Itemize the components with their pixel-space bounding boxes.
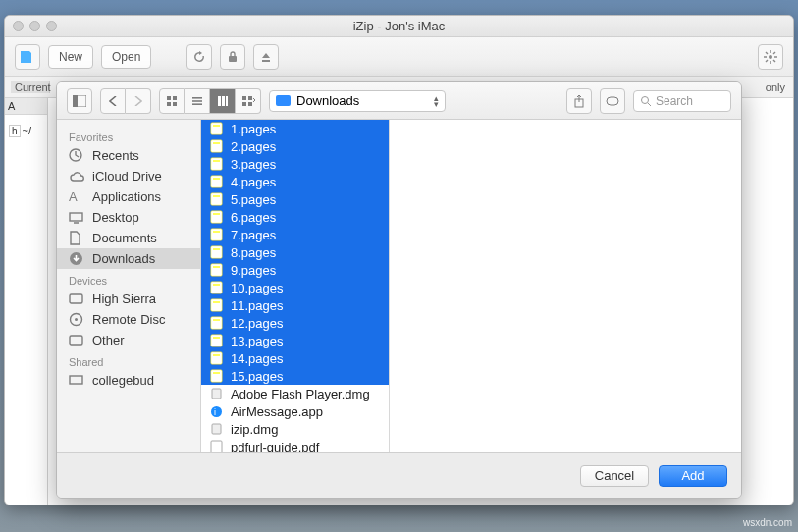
file-row[interactable]: 8.pages [201, 243, 389, 261]
file-row[interactable]: 2.pages [201, 137, 389, 155]
svg-rect-57 [213, 266, 220, 268]
file-row[interactable]: 12.pages [201, 314, 389, 332]
forward-button[interactable] [126, 88, 151, 114]
sidebar-item-desktop[interactable]: Desktop [57, 207, 200, 228]
svg-rect-69 [213, 372, 220, 374]
zoom-icon[interactable] [46, 21, 57, 31]
file-row[interactable]: 4.pages [201, 173, 389, 190]
add-button[interactable]: Add [659, 465, 727, 487]
svg-line-8 [773, 52, 775, 54]
tags-icon[interactable] [600, 88, 625, 114]
sidebar-toggle-icon[interactable] [67, 88, 92, 114]
file-row[interactable]: 11.pages [201, 296, 389, 314]
svg-rect-22 [242, 96, 246, 100]
finder-sidebar[interactable]: FavoritesRecentsiCloud DriveAApplication… [57, 120, 201, 452]
file-column[interactable]: 1.pages2.pages3.pages4.pages5.pages6.pag… [201, 120, 390, 452]
location-popup[interactable]: Downloads ▴▾ [269, 90, 446, 112]
svg-line-7 [773, 60, 775, 62]
file-row[interactable]: Adobe Flash Player.dmg [201, 385, 389, 402]
sidebar-item-label: Downloads [92, 251, 155, 266]
svg-rect-54 [211, 246, 222, 258]
sidebar-item-icloud-drive[interactable]: iCloud Drive [57, 166, 200, 186]
file-row[interactable]: 6.pages [201, 208, 389, 226]
svg-rect-61 [213, 301, 220, 303]
new-button[interactable]: New [48, 45, 93, 69]
svg-rect-73 [212, 424, 221, 434]
file-row[interactable]: 3.pages [201, 155, 389, 173]
tab-h: h [9, 125, 21, 137]
file-row[interactable]: izip.dmg [201, 420, 389, 438]
svg-text:A: A [69, 189, 78, 204]
close-icon[interactable] [13, 21, 24, 31]
svg-text:i: i [214, 407, 216, 417]
sidebar-item-label: Other [92, 333, 125, 347]
svg-rect-70 [212, 389, 221, 399]
search-field[interactable]: Search [633, 90, 731, 112]
svg-rect-12 [167, 96, 171, 100]
pages-file-icon [209, 210, 223, 224]
file-row[interactable]: 10.pages [201, 279, 389, 296]
disc-icon [69, 312, 84, 327]
file-row[interactable]: 5.pages [201, 190, 389, 208]
sidebar-item-downloads[interactable]: Downloads [57, 248, 200, 269]
share-icon[interactable] [566, 88, 592, 114]
refresh-icon[interactable] [186, 44, 212, 70]
file-row[interactable]: iAirMessage.app [201, 402, 389, 420]
file-name: 12.pages [231, 316, 284, 331]
traffic-lights[interactable] [13, 21, 57, 31]
tab-path: ~/ [23, 125, 31, 137]
file-name: 14.pages [231, 351, 284, 366]
sidebar-item-high-sierra[interactable]: High Sierra [57, 289, 200, 309]
cloud-icon [69, 171, 84, 183]
file-row[interactable]: pdfurl-guide.pdf [201, 438, 389, 452]
list-view-icon[interactable] [185, 88, 210, 114]
pages-file-icon [209, 263, 223, 277]
svg-rect-45 [213, 160, 220, 162]
sidebar-item-applications[interactable]: AApplications [57, 186, 200, 207]
watermark: wsxdn.com [743, 517, 792, 528]
file-row[interactable]: 15.pages [201, 367, 389, 385]
titlebar[interactable]: iZip - Jon's iMac [5, 16, 793, 37]
archive-tree: A h ~/ [5, 98, 48, 505]
sidebar-item-documents[interactable]: Documents [57, 228, 200, 248]
sidebar-item-other[interactable]: Other [57, 330, 200, 350]
sidebar-item-recents[interactable]: Recents [57, 145, 200, 166]
app-icon [15, 44, 40, 70]
sidebar-item-label: Desktop [92, 210, 139, 225]
cancel-button[interactable]: Cancel [580, 465, 649, 487]
pages-file-icon [209, 369, 223, 383]
window-title: iZip - Jon's iMac [353, 19, 446, 33]
svg-rect-58 [211, 282, 222, 293]
file-name: 6.pages [231, 210, 276, 225]
settings-gear-icon[interactable] [758, 44, 783, 70]
svg-rect-64 [211, 335, 222, 346]
file-name: 11.pages [231, 298, 284, 313]
svg-rect-27 [607, 97, 618, 105]
eject-icon[interactable] [253, 44, 279, 70]
file-row[interactable]: 13.pages [201, 332, 389, 349]
sidebar-item-collegebud[interactable]: collegebud [57, 370, 200, 391]
sidebar-toggle[interactable] [67, 88, 92, 114]
back-button[interactable] [100, 88, 126, 114]
svg-point-37 [75, 318, 78, 321]
icon-view-icon[interactable] [159, 88, 185, 114]
disk-icon [69, 293, 84, 305]
open-button[interactable]: Open [101, 45, 151, 69]
gallery-view-icon[interactable] [236, 88, 261, 114]
pages-file-icon [209, 122, 223, 135]
minimize-icon[interactable] [29, 21, 40, 31]
file-row[interactable]: 9.pages [201, 261, 389, 279]
pdf-file-icon [209, 440, 223, 452]
sidebar-item-label: Recents [92, 148, 139, 163]
file-row[interactable]: 14.pages [201, 349, 389, 367]
pages-file-icon [209, 139, 223, 153]
svg-rect-38 [70, 336, 82, 345]
file-row[interactable]: 7.pages [201, 226, 389, 243]
column-view-icon[interactable] [210, 88, 236, 114]
lock-icon[interactable] [220, 44, 245, 70]
file-row[interactable]: 1.pages [201, 120, 389, 137]
apps-icon: A [69, 189, 84, 204]
svg-rect-46 [211, 176, 222, 187]
svg-rect-16 [192, 97, 202, 99]
sidebar-item-remote-disc[interactable]: Remote Disc [57, 309, 200, 330]
